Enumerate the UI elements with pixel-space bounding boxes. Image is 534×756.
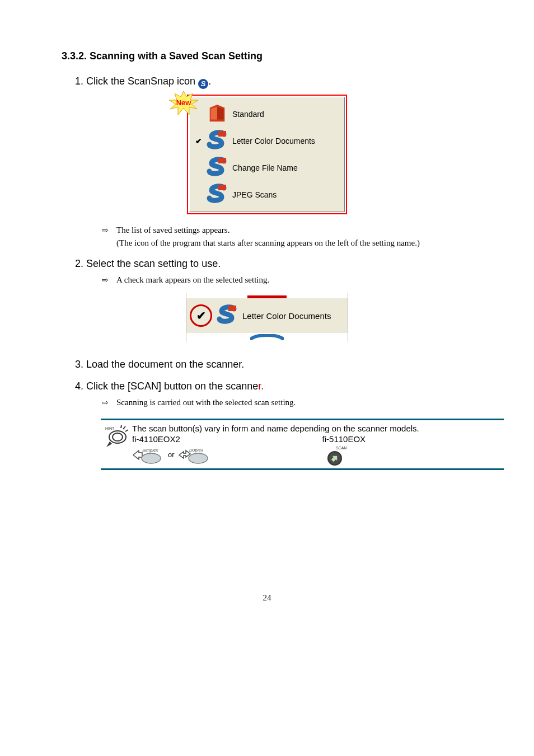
scansnap-s-icon <box>216 304 239 327</box>
hint-icon-label: HINT <box>105 426 115 430</box>
svg-rect-4 <box>218 131 226 137</box>
svg-rect-7 <box>228 306 236 311</box>
partial-icon <box>250 334 284 341</box>
scan-button-icon: SCAN <box>322 445 349 466</box>
preset-icon <box>205 102 229 126</box>
svg-point-16 <box>189 453 208 463</box>
menu-label-1: Letter Color Documents <box>232 137 315 145</box>
result-2: ⇨ A check mark appears on the selected s… <box>102 275 472 285</box>
simplex-button-icon: Simplex <box>132 445 165 464</box>
step-2: 2. Select the scan setting to use. <box>75 258 472 270</box>
menu-item-standard[interactable]: Standard <box>192 101 342 128</box>
result-1b: (The icon of the program that starts aft… <box>116 238 472 248</box>
menu-item-change-file-name[interactable]: Change File Name <box>192 154 342 181</box>
selected-setting-row: ✔ Letter Color Documents <box>186 298 348 333</box>
svg-rect-6 <box>218 185 226 190</box>
menu-item-jpeg-scans[interactable]: JPEG Scans <box>192 181 342 208</box>
selected-setting-label: Letter Color Documents <box>242 311 331 321</box>
svg-line-11 <box>125 430 128 431</box>
scansnap-icon: S <box>198 79 208 89</box>
scansnap-s-icon <box>205 183 229 206</box>
result-1a: ⇨ The list of saved settings appears. <box>102 226 472 235</box>
section-heading: 3.3.2. Scanning with a Saved Scan Settin… <box>62 50 472 62</box>
menu-label-2: Change File Name <box>232 163 298 172</box>
svg-text:Duplex: Duplex <box>189 448 204 453</box>
svg-text:SCAN: SCAN <box>336 446 346 450</box>
scansnap-s-icon <box>205 156 229 180</box>
hint-or: or <box>168 450 175 459</box>
selected-setting-frame: ✔ Letter Color Documents <box>186 293 348 342</box>
svg-line-10 <box>123 426 125 429</box>
svg-marker-2 <box>211 107 217 120</box>
result-4-text: Scanning is carried out with the selecte… <box>116 398 296 407</box>
menu-label-0: Standard <box>232 110 264 119</box>
hint-model-a-label: fi-4110EOX2 <box>132 434 180 444</box>
svg-marker-3 <box>217 107 223 120</box>
arrow-icon: ⇨ <box>102 275 109 285</box>
result-2-text: A check mark appears on the selected set… <box>116 275 269 284</box>
step-1-suffix: . <box>208 76 211 87</box>
hint-icon: HINT <box>101 424 132 466</box>
duplex-button-icon: Duplex <box>178 445 210 464</box>
hint-model-b-label: fi-5110EOX <box>322 434 366 444</box>
arrow-icon: ⇨ <box>102 398 109 407</box>
result-4: ⇨ Scanning is carried out with the selec… <box>102 398 472 407</box>
hint-box: HINT The scan button(s) vary in form and… <box>101 419 504 470</box>
menu-item-letter-color[interactable]: ✔ Letter Color Documents <box>192 128 342 154</box>
arrow-icon: ⇨ <box>102 226 109 235</box>
page-number: 24 <box>62 593 472 603</box>
svg-point-9 <box>113 433 123 441</box>
settings-menu-border: New Standard ✔ Letter Color Documents <box>187 95 347 214</box>
settings-menu-figure: New Standard ✔ Letter Color Documents <box>62 95 472 214</box>
new-burst-label: New <box>176 98 192 107</box>
hint-line1: The scan button(s) vary in form and name… <box>132 424 504 433</box>
step-4-black: 4. Click the [SCAN] button on the scanne <box>75 381 258 392</box>
step-3: 3. Load the document on the scanner. <box>75 359 472 370</box>
selected-setting-figure: ✔ Letter Color Documents <box>62 293 472 342</box>
svg-line-12 <box>121 425 121 428</box>
svg-rect-5 <box>218 158 226 163</box>
hint-model-b: fi-5110EOX SCAN <box>322 434 366 466</box>
step-4: 4. Click the [SCAN] button on the scanne… <box>75 381 472 392</box>
svg-point-14 <box>142 453 161 463</box>
step-1: 1. Click the ScanSnap icon S. <box>75 76 472 89</box>
step-1-prefix: 1. Click the ScanSnap icon <box>75 76 198 87</box>
menu-label-3: JPEG Scans <box>232 190 277 199</box>
settings-menu: Standard ✔ Letter Color Documents Change… <box>189 97 345 212</box>
scansnap-s-icon <box>205 129 229 153</box>
svg-text:Simplex: Simplex <box>142 448 158 453</box>
menu-check-1: ✔ <box>195 137 205 145</box>
checkmark-highlight: ✔ <box>190 304 212 327</box>
step-4-red: r. <box>258 381 264 392</box>
result-1a-text: The list of saved settings appears. <box>116 226 229 234</box>
hint-model-a: fi-4110EOX2 Simplex or Duplex <box>132 434 210 464</box>
